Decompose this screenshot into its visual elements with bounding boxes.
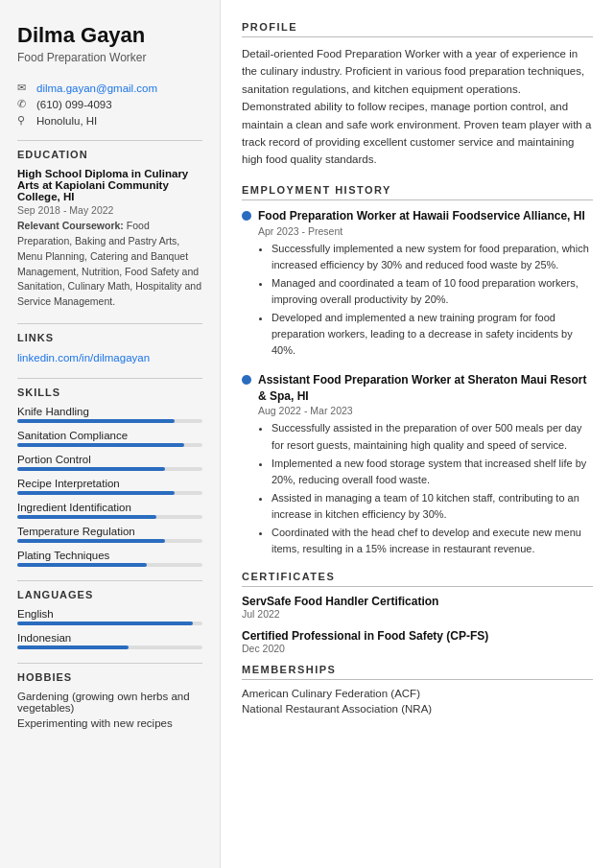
- job-bullet: Assisted in managing a team of 10 kitche…: [272, 490, 593, 523]
- languages-section-title: Languages: [17, 589, 202, 600]
- job-dates: Apr 2023 - Present: [258, 225, 593, 237]
- skill-bar-bg: [17, 467, 202, 471]
- links-divider: [17, 323, 202, 324]
- language-bar-fill: [17, 645, 129, 649]
- job-dot: [242, 375, 251, 385]
- coursework-text: Food Preparation, Baking and Pastry Arts…: [17, 220, 201, 307]
- language-item: English: [17, 608, 202, 625]
- education-section-title: Education: [17, 149, 202, 160]
- memberships-section-title: Memberships: [242, 664, 593, 675]
- skill-bar-bg: [17, 539, 202, 543]
- education-dates: Sep 2018 - May 2022: [17, 204, 202, 216]
- skill-bar-fill: [17, 443, 184, 447]
- skill-label: Ingredient Identification: [17, 502, 202, 513]
- language-item: Indonesian: [17, 632, 202, 649]
- email-icon: ✉: [17, 82, 31, 94]
- profile-section-title: Profile: [242, 21, 593, 33]
- skill-item: Sanitation Compliance: [17, 430, 202, 447]
- job-bullet: Coordinated with the head chef to develo…: [272, 525, 593, 557]
- certificates-divider: [242, 586, 593, 587]
- cert-date: Dec 2020: [242, 643, 593, 654]
- job-dot: [242, 211, 251, 221]
- contact-phone: ✆ (610) 099-4093: [17, 98, 202, 110]
- job-dates: Aug 2022 - Mar 2023: [258, 405, 593, 416]
- job-title: Food Preparation Worker at Hawaii Foodse…: [258, 208, 585, 224]
- job-bullet: Successfully implemented a new system fo…: [272, 241, 593, 273]
- skill-label: Recipe Interpretation: [17, 478, 202, 489]
- hobbies-list: Gardening (growing own herbs and vegetab…: [17, 691, 202, 729]
- skill-bar-bg: [17, 491, 202, 495]
- contact-location: ⚲ Honolulu, HI: [17, 114, 202, 127]
- job-bullet: Managed and coordinated a team of 10 foo…: [272, 275, 593, 308]
- sidebar: Dilma Gayan Food Preparation Worker ✉ di…: [0, 0, 221, 868]
- skills-list: Knife Handling Sanitation Compliance Por…: [17, 406, 202, 567]
- education-coursework: Relevant Coursework: Food Preparation, B…: [17, 219, 202, 310]
- skill-bar-fill: [17, 539, 165, 543]
- job-title-line: Assistant Food Preparation Worker at She…: [242, 372, 593, 405]
- skill-label: Sanitation Compliance: [17, 430, 202, 441]
- links-section-title: Links: [17, 332, 202, 343]
- skill-label: Plating Techniques: [17, 550, 202, 561]
- skill-label: Portion Control: [17, 454, 202, 465]
- skill-item: Plating Techniques: [17, 550, 202, 567]
- skills-divider: [17, 378, 202, 379]
- employment-divider: [242, 199, 593, 200]
- coursework-label: Relevant Coursework:: [17, 220, 124, 231]
- skill-bar-fill: [17, 491, 175, 495]
- memberships-divider: [242, 679, 593, 680]
- skill-item: Recipe Interpretation: [17, 478, 202, 495]
- cert-date: Jul 2022: [242, 608, 593, 620]
- hobby-item: Experimenting with new recipes: [17, 717, 202, 729]
- hobbies-section-title: Hobbies: [17, 671, 202, 683]
- contact-email: ✉ dilma.gayan@gmail.com: [17, 82, 202, 94]
- skill-bar-fill: [17, 515, 156, 519]
- email-link[interactable]: dilma.gayan@gmail.com: [36, 82, 157, 94]
- location-text: Honolulu, HI: [36, 115, 97, 127]
- cert-name: Certified Professional in Food Safety (C…: [242, 629, 593, 643]
- jobs-list: Food Preparation Worker at Hawaii Foodse…: [242, 208, 593, 557]
- phone-icon: ✆: [17, 98, 31, 110]
- profile-divider: [242, 36, 593, 37]
- memberships-list: American Culinary Federation (ACF)Nation…: [242, 688, 593, 715]
- candidate-job-title: Food Preparation Worker: [17, 51, 202, 64]
- skill-item: Knife Handling: [17, 406, 202, 423]
- certificate-entry: ServSafe Food Handler Certification Jul …: [242, 595, 593, 620]
- job-title-line: Food Preparation Worker at Hawaii Foodse…: [242, 208, 593, 224]
- education-divider: [17, 140, 202, 141]
- skill-label: Temperature Regulation: [17, 526, 202, 537]
- job-bullets: Successfully implemented a new system fo…: [258, 241, 593, 359]
- education-degree: High School Diploma in Culinary Arts at …: [17, 168, 202, 202]
- certificate-entry: Certified Professional in Food Safety (C…: [242, 629, 593, 654]
- job-entry: Food Preparation Worker at Hawaii Foodse…: [242, 208, 593, 359]
- language-bar-bg: [17, 622, 202, 625]
- languages-list: English Indonesian: [17, 608, 202, 649]
- hobbies-divider: [17, 663, 202, 664]
- main-content: Profile Detail-oriented Food Preparation…: [221, 0, 614, 868]
- skill-item: Ingredient Identification: [17, 502, 202, 519]
- job-bullet: Developed and implemented a new training…: [272, 310, 593, 359]
- skill-bar-bg: [17, 419, 202, 423]
- languages-divider: [17, 580, 202, 581]
- skill-bar-bg: [17, 515, 202, 519]
- membership-item: American Culinary Federation (ACF): [242, 688, 593, 699]
- job-bullet: Successfully assisted in the preparation…: [272, 420, 593, 453]
- language-label: English: [17, 608, 202, 620]
- linkedin-link[interactable]: linkedin.com/in/dilmagayan: [17, 352, 150, 364]
- skills-section-title: Skills: [17, 387, 202, 398]
- hobby-item: Gardening (growing own herbs and vegetab…: [17, 691, 202, 714]
- job-entry: Assistant Food Preparation Worker at She…: [242, 372, 593, 557]
- job-bullets: Successfully assisted in the preparation…: [258, 420, 593, 556]
- skill-bar-fill: [17, 419, 175, 423]
- language-bar-fill: [17, 622, 193, 625]
- certificates-list: ServSafe Food Handler Certification Jul …: [242, 595, 593, 654]
- employment-section-title: Employment History: [242, 184, 593, 196]
- skill-bar-fill: [17, 467, 165, 471]
- certificates-section-title: Certificates: [242, 571, 593, 582]
- language-bar-bg: [17, 645, 202, 649]
- skill-bar-bg: [17, 563, 202, 567]
- language-label: Indonesian: [17, 632, 202, 644]
- cert-name: ServSafe Food Handler Certification: [242, 595, 593, 608]
- skill-item: Temperature Regulation: [17, 526, 202, 543]
- skill-bar-bg: [17, 443, 202, 447]
- skill-bar-fill: [17, 563, 147, 567]
